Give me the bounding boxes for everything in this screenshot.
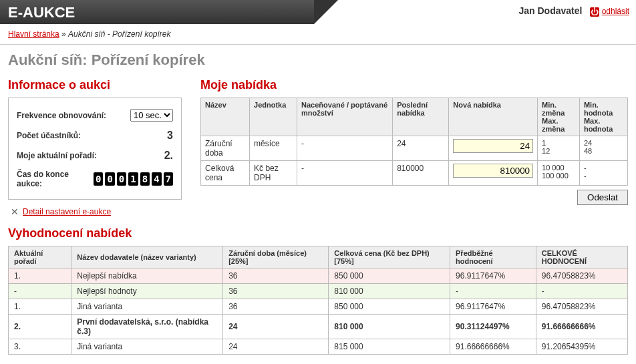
eval-heading: Vyhodnocení nabídek (8, 226, 628, 240)
th-delta: Min. změna Max. změna (538, 98, 580, 136)
cell-bound: -- (579, 161, 627, 186)
cell-price: 810 000 (329, 315, 450, 339)
cell-price: 815 000 (329, 339, 450, 355)
eth-supplier: Název dodavatele (název varianty) (71, 246, 223, 268)
cell-rank: 1. (9, 299, 71, 315)
th-bound: Min. hodnota Max. hodnota (579, 98, 627, 136)
cell-price: 850 000 (329, 299, 450, 315)
eval-row: 3.Jiná varianta24815 00091.66666666%91.2… (9, 339, 628, 355)
cell-prelim: 91.66666666% (450, 339, 536, 355)
wrench-icon: ✕ (11, 206, 19, 217)
cell-delta: 112 (538, 136, 580, 161)
offer-row: Celková cenaKč bez DPH-81000010 000100 0… (201, 161, 628, 186)
cell-supplier: Jiná varianta (71, 299, 223, 315)
timer-digit: 0 (117, 172, 126, 186)
cell-total: 91.20654395% (536, 339, 627, 355)
app-title: E-AUKCE (0, 0, 314, 25)
eval-row: 1.Jiná varianta36850 00096.9117647%96.47… (9, 299, 628, 315)
timer-digit: 4 (152, 172, 161, 186)
th-name: Název (201, 98, 250, 136)
eth-prelim: Předběžné hodnocení (450, 246, 536, 268)
cell-warranty: 36 (223, 299, 329, 315)
info-box: Frekvence obnovování: 10 sec. Počet účas… (8, 98, 182, 200)
cell-supplier: První dodavatelská, s.r.o. (nabídka č.3) (71, 315, 223, 339)
cell-qty: - (297, 136, 393, 161)
countdown-timer: 0 0 0 1 8 4 7 (94, 172, 173, 186)
timer-digit: 8 (140, 172, 150, 186)
cell-prelim: 90.31124497% (450, 315, 536, 339)
cell-prelim: 96.9117647% (450, 299, 536, 315)
refresh-select[interactable]: 10 sec. (130, 109, 173, 122)
eval-row: 2.První dodavatelská, s.r.o. (nabídka č.… (9, 315, 628, 339)
timer-digit: 0 (105, 172, 114, 186)
eth-rank: Aktuální pořadí (9, 246, 71, 268)
participants-label: Počet účastníků: (17, 131, 81, 140)
timer-digit: 7 (164, 172, 173, 186)
cell-warranty: 36 (223, 284, 329, 299)
timer-digit: 1 (128, 172, 138, 186)
cell-unit: měsíce (250, 136, 297, 161)
offer-heading: Moje nabídka (200, 78, 628, 92)
offer-input[interactable] (453, 164, 533, 178)
offer-table: Název Jednotka Naceňované / poptávané mn… (200, 98, 628, 186)
eth-warranty: Záruční doba (měsíce) [25%] (223, 246, 329, 268)
offer-input[interactable] (453, 139, 533, 153)
cell-last: 810000 (393, 161, 449, 186)
submit-button[interactable]: Odeslat (577, 190, 628, 205)
cell-supplier: Nejlepší hodnoty (71, 284, 223, 299)
cell-unit: Kč bez DPH (250, 161, 297, 186)
rank-value: 2. (164, 150, 173, 162)
cell-warranty: 24 (223, 315, 329, 339)
user-name: Jan Dodavatel (518, 5, 582, 16)
breadcrumb-current: Aukčni síň - Pořízení kopírek (68, 29, 170, 39)
eth-price: Celková cena (Kč bez DPH) [75%] (329, 246, 450, 268)
cell-warranty: 24 (223, 339, 329, 355)
cell-prelim: - (450, 284, 536, 299)
user-area: Jan Dodavatel ⏻ odhlásit (518, 5, 629, 17)
cell-rank: 3. (9, 339, 71, 355)
th-last: Poslední nabídka (393, 98, 449, 136)
eth-total: CELKOVÉ HODNOCENÍ (536, 246, 627, 268)
cell-rank: 1. (9, 268, 71, 284)
breadcrumb-sep: » (61, 29, 66, 39)
cell-supplier: Jiná varianta (71, 339, 223, 355)
info-heading: Informace o aukci (8, 78, 182, 92)
rank-label: Moje aktuální pořadí: (17, 151, 97, 160)
participants-value: 3 (167, 130, 173, 142)
eval-row: -Nejlepší hodnoty36810 000-- (9, 284, 628, 299)
cell-name: Celková cena (201, 161, 250, 186)
cell-total: 91.66666666% (536, 315, 627, 339)
cell-price: 810 000 (329, 284, 450, 299)
breadcrumb-home[interactable]: Hlavní stránka (8, 29, 59, 39)
refresh-label: Frekvence obnovování: (17, 111, 106, 120)
th-unit: Jednotka (250, 98, 297, 136)
cell-price: 850 000 (329, 268, 450, 284)
breadcrumb: Hlavní stránka » Aukčni síň - Pořízení k… (0, 24, 636, 45)
power-icon: ⏻ (590, 7, 599, 17)
cell-supplier: Nejlepší nabídka (71, 268, 223, 284)
eval-row: 1.Nejlepší nabídka36850 00096.9117647%96… (9, 268, 628, 284)
header-banner: E-AUKCE (0, 0, 314, 24)
timer-digit: 0 (94, 172, 103, 186)
cell-name: Záruční doba (201, 136, 250, 161)
th-qty: Naceňované / poptávané množství (297, 98, 393, 136)
eval-table: Aktuální pořadí Název dodavatele (název … (8, 246, 628, 355)
cell-total: - (536, 284, 627, 299)
cell-rank: - (9, 284, 71, 299)
auction-settings-link[interactable]: Detail nastavení e-aukce (23, 207, 111, 216)
logout-link[interactable]: odhlásit (602, 7, 629, 16)
cell-prelim: 96.9117647% (450, 268, 536, 284)
cell-total: 96.47058823% (536, 299, 627, 315)
cell-rank: 2. (9, 315, 71, 339)
cell-qty: - (297, 161, 393, 186)
cell-warranty: 36 (223, 268, 329, 284)
page-title: Aukční síň: Pořízení kopírek (8, 51, 628, 69)
th-new: Nová nabídka (449, 98, 538, 136)
cell-total: 96.47058823% (536, 268, 627, 284)
offer-row: Záruční dobaměsíce-241122448 (201, 136, 628, 161)
cell-delta: 10 000100 000 (538, 161, 580, 186)
cell-last: 24 (393, 136, 449, 161)
header: E-AUKCE Jan Dodavatel ⏻ odhlásit (0, 0, 636, 24)
time-label: Čas do konce aukce: (17, 170, 94, 188)
cell-bound: 2448 (579, 136, 627, 161)
